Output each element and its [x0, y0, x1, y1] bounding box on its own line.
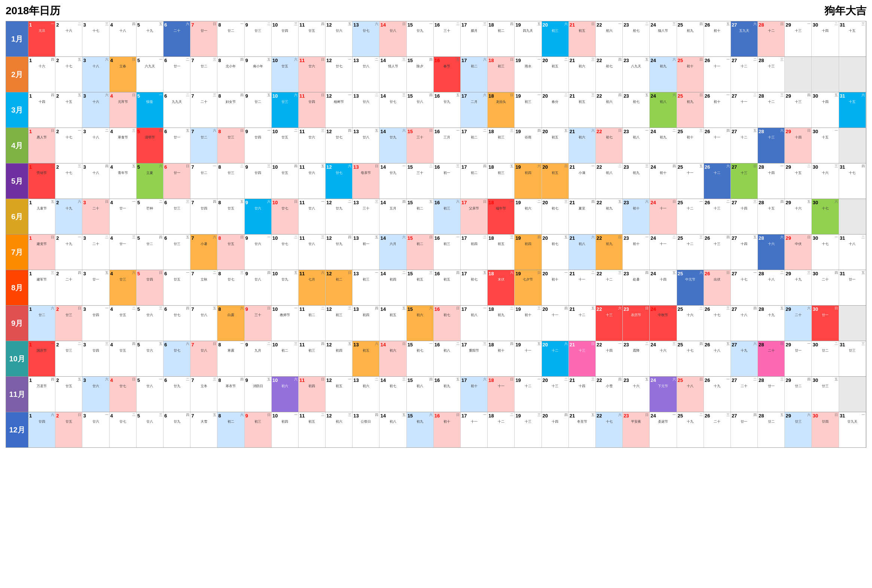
day-cell-11-18: 18日十一	[488, 376, 514, 412]
day-ganzhi: 二	[375, 377, 378, 381]
day-cell-2-4: 4日立春	[110, 57, 137, 92]
day-lunar: 二十	[174, 29, 180, 33]
day-ganzhi: 三	[78, 164, 81, 168]
day-number: 21	[570, 235, 575, 241]
day-ganzhi: 日	[537, 271, 541, 275]
day-cell-11-14: 14三初七	[379, 376, 406, 412]
day-cell-2-24: 24六初九	[650, 57, 677, 92]
day-number: 23	[624, 413, 629, 419]
day-cell-4-11: 11三廿六	[299, 128, 326, 163]
day-lunar: 十二	[714, 171, 720, 175]
day-number: 21	[570, 164, 575, 170]
day-ganzhi: 四	[51, 377, 54, 381]
day-ganzhi: 三	[564, 200, 568, 204]
day-lunar: 初五	[389, 313, 396, 317]
day-cell-1-27: 27六五九天	[731, 21, 758, 57]
day-cell-5-7: 7一廿二	[191, 164, 218, 199]
day-number: 26	[705, 164, 710, 170]
day-number: 1	[29, 22, 32, 28]
day-ganzhi: 一	[807, 22, 810, 26]
day-number: 30	[812, 200, 818, 206]
day-number: 16	[434, 306, 440, 312]
day-number: 22	[597, 413, 602, 419]
day-ganzhi: 四	[510, 22, 513, 26]
day-lunar: 除夕	[416, 64, 423, 69]
day-cell-9-7: 7五廿八	[191, 306, 218, 341]
day-ganzhi: 日	[402, 22, 406, 26]
day-lunar: 初五	[552, 135, 558, 140]
day-number: 20	[543, 413, 548, 419]
day-cell-12-30: 30日廿四	[812, 412, 839, 447]
day-cell-4-20: 20五初五	[542, 128, 569, 163]
day-ganzhi: 五	[213, 413, 216, 417]
day-cell-12-14: 14五初八	[379, 412, 406, 447]
day-cell-6-7: 7四廿四	[191, 199, 218, 234]
day-lunar: 十二	[498, 420, 505, 424]
day-ganzhi: 五	[51, 200, 54, 204]
day-number: 11	[299, 342, 305, 348]
day-ganzhi: 四	[51, 93, 54, 97]
day-number: 26	[705, 377, 710, 383]
day-cell-6-3: 3日二十	[82, 199, 109, 234]
day-ganzhi: 一	[375, 271, 378, 275]
day-number: 14	[380, 93, 385, 99]
day-ganzhi: 日	[78, 306, 81, 310]
day-number: 21	[570, 93, 575, 99]
day-lunar: 廿八	[308, 242, 315, 246]
day-lunar: 廿六	[363, 100, 369, 104]
day-lunar: 初七	[606, 135, 613, 140]
day-number: 28	[759, 93, 764, 99]
day-ganzhi: 三	[186, 200, 189, 204]
day-lunar: 廿六	[92, 384, 99, 388]
day-cell-12-19: 19三十三	[514, 412, 541, 447]
day-cell-7-7: 7六小暑	[191, 234, 218, 270]
day-number: 28	[759, 200, 764, 206]
day-cell-5-19: 19六初四	[514, 164, 541, 199]
day-number: 30	[812, 22, 818, 28]
day-number: 30	[812, 377, 818, 383]
day-number: 11	[299, 306, 305, 312]
day-number: 8	[218, 235, 221, 241]
day-number: 9	[245, 235, 248, 241]
day-number: 18	[489, 271, 494, 277]
day-lunar: 廿三	[795, 420, 801, 424]
day-cell-1-2: 2二十六	[56, 21, 82, 57]
day-lunar: 初八	[660, 100, 666, 104]
day-lunar: 廿七	[281, 242, 288, 246]
day-lunar: 腊月	[471, 29, 478, 33]
day-lunar: 初十	[687, 64, 693, 69]
day-cell-2-25: 25日初十	[677, 57, 704, 92]
day-number: 3	[83, 235, 86, 241]
day-cell-1-20: 20六初三	[542, 21, 569, 57]
day-lunar: 十六	[39, 64, 45, 69]
day-cell-5-25: 25五十一	[677, 164, 704, 199]
day-number: 24	[651, 200, 656, 206]
day-ganzhi: 四	[483, 164, 487, 168]
day-lunar: 廿一	[795, 349, 801, 353]
day-cell-10-24: 24三十六	[650, 341, 677, 376]
day-cell-2-15: 15四除夕	[407, 57, 434, 92]
day-lunar: 廿七	[119, 384, 126, 388]
day-ganzhi: 三	[51, 271, 54, 275]
day-cell-8-13: 13一初三	[353, 270, 379, 305]
day-ganzhi: 三	[321, 235, 325, 239]
day-cell-1-17: 17三腊月	[461, 21, 488, 57]
day-lunar: 初五	[498, 242, 505, 246]
day-number: 28	[759, 306, 764, 312]
day-cell-7-26: 26四十三	[704, 234, 731, 270]
day-number: 1	[29, 93, 32, 99]
day-ganzhi: 二	[618, 164, 622, 168]
day-number: 6	[164, 93, 167, 99]
day-ganzhi: 六	[591, 129, 595, 133]
day-ganzhi: 四	[105, 164, 108, 168]
day-lunar: 廿一	[849, 278, 855, 282]
day-cell-1-28: 28日十二	[758, 21, 785, 57]
day-lunar: 初九	[444, 384, 450, 388]
day-lunar: 廿二	[768, 420, 775, 424]
day-number: 12	[326, 22, 332, 28]
day-number: 30	[812, 93, 818, 99]
day-cell-7-29: 29日中伏	[785, 234, 812, 270]
day-cell-12-12: 12三初六	[326, 412, 353, 447]
day-lunar: 十八	[92, 171, 99, 175]
month-row-1: 1月1一元旦2二十六3三十七4四十八5五十九6六二十7日廿一8一廿二9二廿三10…	[6, 21, 866, 57]
